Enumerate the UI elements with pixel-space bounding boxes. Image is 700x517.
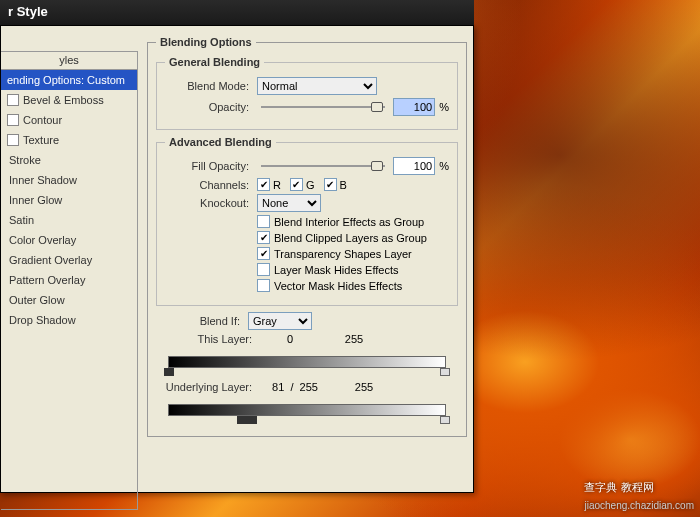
style-gradient-overlay[interactable]: Gradient Overlay xyxy=(1,250,137,270)
blend-clipped-label: Blend Clipped Layers as Group xyxy=(274,232,427,244)
style-color-overlay[interactable]: Color Overlay xyxy=(1,230,137,250)
slider-stop-icon[interactable] xyxy=(164,368,174,376)
style-outer-glow[interactable]: Outer Glow xyxy=(1,290,137,310)
fill-opacity-input[interactable] xyxy=(393,157,435,175)
vector-mask-hides-checkbox[interactable] xyxy=(257,279,270,292)
underlying-layer-label: Underlying Layer: xyxy=(156,381,256,393)
blend-mode-select[interactable]: Normal xyxy=(257,77,377,95)
fill-opacity-slider[interactable] xyxy=(261,159,385,173)
general-blending-group: General Blending Blend Mode: Normal Opac… xyxy=(156,56,458,130)
transparency-shapes-checkbox[interactable]: ✔ xyxy=(257,247,270,260)
checkbox-icon[interactable] xyxy=(7,114,19,126)
channel-b-label: B xyxy=(340,179,347,191)
style-contour[interactable]: Contour xyxy=(1,110,137,130)
styles-list: yles ending Options: Custom Bevel & Embo… xyxy=(1,51,138,510)
blend-if-select[interactable]: Gray xyxy=(248,312,312,330)
slider-stop-icon[interactable] xyxy=(440,368,450,376)
underlying-layer-slider[interactable] xyxy=(162,396,452,426)
dialog-titlebar: r Style xyxy=(0,0,474,25)
style-satin[interactable]: Satin xyxy=(1,210,137,230)
channel-r-label: R xyxy=(273,179,281,191)
style-drop-shadow[interactable]: Drop Shadow xyxy=(1,310,137,330)
style-texture[interactable]: Texture xyxy=(1,130,137,150)
opacity-label: Opacity: xyxy=(165,101,253,113)
slider-stop-icon[interactable] xyxy=(247,416,257,424)
fill-unit: % xyxy=(439,160,449,172)
blend-clipped-checkbox[interactable]: ✔ xyxy=(257,231,270,244)
blend-mode-label: Blend Mode: xyxy=(165,80,253,92)
this-layer-low: 0 xyxy=(260,333,320,345)
underlying-high: 255 xyxy=(334,381,394,393)
channels-label: Channels: xyxy=(165,179,253,191)
watermark: 查字典 教程网 jiaocheng.chazidian.com xyxy=(584,477,694,513)
layer-style-dialog: yles ending Options: Custom Bevel & Embo… xyxy=(0,25,474,493)
this-layer-label: This Layer: xyxy=(156,333,256,345)
layer-mask-hides-checkbox[interactable] xyxy=(257,263,270,276)
slider-stop-icon[interactable] xyxy=(440,416,450,424)
channel-r-checkbox[interactable]: ✔ xyxy=(257,178,270,191)
blend-if-label: Blend If: xyxy=(156,315,244,327)
knockout-label: Knockout: xyxy=(165,197,253,209)
advanced-blending-group: Advanced Blending Fill Opacity: % Channe… xyxy=(156,136,458,306)
slider-stop-icon[interactable] xyxy=(237,416,247,424)
blending-options-panel: Blending Options General Blending Blend … xyxy=(147,36,467,445)
channel-g-label: G xyxy=(306,179,315,191)
advanced-blending-legend: Advanced Blending xyxy=(165,136,276,148)
style-stroke[interactable]: Stroke xyxy=(1,150,137,170)
opacity-input[interactable] xyxy=(393,98,435,116)
checkbox-icon[interactable] xyxy=(7,134,19,146)
style-inner-glow[interactable]: Inner Glow xyxy=(1,190,137,210)
transparency-shapes-label: Transparency Shapes Layer xyxy=(274,248,412,260)
blending-options-group: Blending Options General Blending Blend … xyxy=(147,36,467,437)
vector-mask-hides-label: Vector Mask Hides Effects xyxy=(274,280,402,292)
channel-b-checkbox[interactable]: ✔ xyxy=(324,178,337,191)
knockout-select[interactable]: None xyxy=(257,194,321,212)
opacity-unit: % xyxy=(439,101,449,113)
blend-interior-label: Blend Interior Effects as Group xyxy=(274,216,424,228)
layer-mask-hides-label: Layer Mask Hides Effects xyxy=(274,264,399,276)
style-blending-options[interactable]: ending Options: Custom xyxy=(1,70,137,90)
this-layer-slider[interactable] xyxy=(162,348,452,378)
style-bevel-emboss[interactable]: Bevel & Emboss xyxy=(1,90,137,110)
fill-opacity-label: Fill Opacity: xyxy=(165,160,253,172)
blend-interior-checkbox[interactable] xyxy=(257,215,270,228)
general-blending-legend: General Blending xyxy=(165,56,264,68)
channel-g-checkbox[interactable]: ✔ xyxy=(290,178,303,191)
checkbox-icon[interactable] xyxy=(7,94,19,106)
style-pattern-overlay[interactable]: Pattern Overlay xyxy=(1,270,137,290)
opacity-slider[interactable] xyxy=(261,100,385,114)
underlying-low: 81 / 255 xyxy=(260,381,330,393)
styles-header: yles xyxy=(1,52,137,70)
this-layer-high: 255 xyxy=(324,333,384,345)
blending-options-legend: Blending Options xyxy=(156,36,256,48)
style-inner-shadow[interactable]: Inner Shadow xyxy=(1,170,137,190)
